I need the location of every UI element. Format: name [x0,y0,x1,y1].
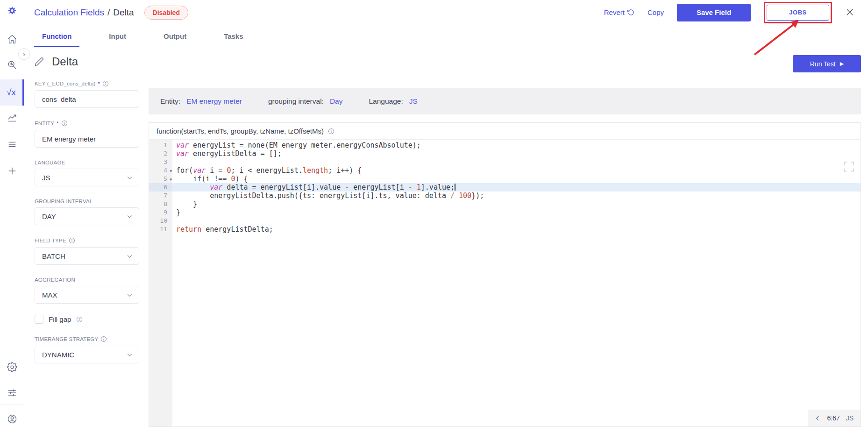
search-activity-icon [7,60,17,70]
home-icon [7,34,17,44]
code-line-10[interactable]: 10 [149,217,861,225]
required-asterisk: * [98,81,100,86]
editor-status-bar: 6:67 JS [808,410,861,426]
required-asterisk: * [57,121,59,126]
sliders-icon [7,388,17,398]
code-line-7[interactable]: 7 energyListDelta.push({ts: energyList[i… [149,192,861,200]
fold-arrow-icon[interactable]: ▾ [170,175,172,184]
sidebar-item-calculation-fields[interactable]: √x [0,79,24,106]
edit-pencil-icon[interactable] [35,57,44,66]
context-grouping-interval-link[interactable]: Day [330,97,343,106]
line-number: 10 [149,217,172,225]
code-line-5[interactable]: 5▾ if(i !== 0) { [149,175,861,183]
line-number: 4▾ [149,166,172,175]
save-field-button[interactable]: Save Field [677,4,751,21]
tab-function[interactable]: Function [42,25,71,47]
close-icon [846,8,854,16]
line-number: 8 [149,200,172,208]
sidebar-item-home[interactable] [0,30,24,49]
sidebar-item-preferences[interactable] [0,383,24,402]
play-icon: ▶ [840,61,844,67]
info-icon[interactable] [102,80,109,87]
close-button[interactable] [845,8,854,17]
breadcrumb-current: Delta [113,7,134,18]
chevron-left-icon[interactable] [815,415,821,421]
timerange-strategy-select[interactable]: DYNAMIC [35,346,139,363]
tab-bar: Function Input Output Tasks [24,25,868,47]
text-cursor [455,184,455,191]
code-lines: 1var energyList = none(EM energy meter.e… [149,140,861,234]
context-entity-link[interactable]: EM energy meter [186,97,242,106]
code-line-6[interactable]: 6 var delta = energyList[i].value - ener… [149,183,861,192]
chevron-down-icon [126,174,133,181]
tab-input[interactable]: Input [109,25,126,47]
info-icon[interactable] [100,336,107,342]
code-line-8[interactable]: 8 } [149,200,861,208]
grouping-interval-select[interactable]: DAY [35,207,139,225]
run-test-button[interactable]: Run Test ▶ [793,55,861,72]
sidebar-item-list[interactable] [0,135,24,154]
line-number: 9 [149,208,172,217]
line-number: 11 [149,225,172,234]
copy-button[interactable]: Copy [647,8,664,16]
sidebar-item-settings[interactable] [0,358,24,376]
code-line-3[interactable]: 3 [149,158,861,166]
fullscreen-expand-icon[interactable] [843,161,855,173]
language-field-label: LANGUAGE [35,160,139,165]
line-number: 2 [149,149,172,158]
formula-sqrt-icon: √x [7,87,16,98]
cursor-position: 6:67 [827,414,840,422]
timerange-strategy-field-label: TIMERANGE STRATEGY [35,336,139,342]
header-actions: Revert Copy Save Field JOBS [604,2,854,23]
sidebar: √x [0,0,24,433]
entity-input[interactable] [35,130,139,148]
chevron-down-icon [126,253,133,260]
revert-icon [627,9,634,16]
code-line-11[interactable]: 11return energyListDelta; [149,225,861,234]
context-entity: Entity: EM energy meter [160,97,242,106]
function-signature: function(startTs, endTs, groupBy, tzName… [157,127,324,135]
line-number: 6 [149,183,172,192]
sidebar-item-account[interactable] [0,410,24,428]
fill-gap-checkbox[interactable] [35,315,43,324]
fill-gap-label: Fill gap [49,315,71,323]
line-number: 5▾ [149,175,172,183]
line-number: 7 [149,192,172,200]
info-icon[interactable] [61,120,68,127]
user-icon [7,414,17,424]
sidebar-divider [0,405,24,405]
header-bar: Calculation Fields / Delta Disabled Reve… [24,0,868,25]
app-window: √x › Calculation Fields / Delta Disabled [0,0,868,433]
info-icon[interactable] [76,316,83,323]
language-select[interactable]: JS [35,169,139,186]
annotation-rectangle: JOBS [764,2,832,23]
breadcrumb-section-link[interactable]: Calculation Fields [34,7,104,18]
code-line-2[interactable]: 2var energyListDelta = []; [149,149,861,158]
code-area[interactable]: 1var energyList = none(EM energy meter.e… [149,140,861,426]
code-line-1[interactable]: 1var energyList = none(EM energy meter.e… [149,141,861,149]
info-icon[interactable] [328,128,334,135]
app-logo-icon [6,6,19,19]
code-line-9[interactable]: 9} [149,208,861,217]
chevron-down-icon [126,213,133,220]
code-line-4[interactable]: 4▾for(var i = 0; i < energyList.length; … [149,166,861,175]
context-bar: Entity: EM energy meter grouping interva… [149,88,861,114]
sidebar-item-trends[interactable] [0,109,24,128]
info-icon[interactable] [69,237,75,244]
plus-icon [7,166,17,176]
revert-button[interactable]: Revert [604,8,634,16]
context-language-link[interactable]: JS [409,97,418,106]
code-editor[interactable]: function(startTs, endTs, groupBy, tzName… [149,122,861,427]
sidebar-expand-button[interactable]: › [18,48,30,60]
jobs-button[interactable]: JOBS [767,5,829,21]
gear-icon [7,362,17,372]
aggregation-select[interactable]: MAX [35,286,139,304]
tab-output[interactable]: Output [164,25,186,47]
sidebar-item-add[interactable] [0,162,24,180]
field-type-select[interactable]: BATCH [35,247,139,265]
grouping-interval-field-label: GROUPING INTERVAL [35,199,139,204]
tab-tasks[interactable]: Tasks [224,25,243,47]
line-number: 3 [149,158,172,166]
key-input[interactable] [35,90,139,108]
fold-arrow-icon[interactable]: ▾ [170,167,172,175]
